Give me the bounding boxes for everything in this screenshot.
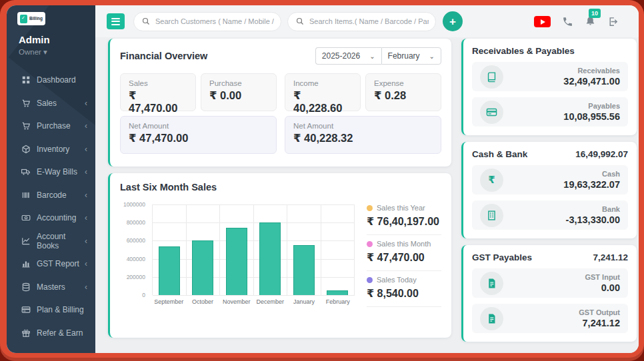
stat-value: ₹ 0.00 — [209, 89, 268, 102]
sidebar-item-plan-billing[interactable]: Plan & Billing — [7, 298, 95, 322]
y-tick-label: 0 — [142, 292, 145, 298]
sidebar-item-barcode[interactable]: Barcode‹ — [7, 184, 95, 207]
window-frame: Billing Admin Owner ▾ DashboardSales‹Pur… — [0, 0, 644, 361]
sidebar-item-label: Dashboard — [37, 75, 76, 85]
user-name: Admin — [19, 34, 95, 45]
month-select[interactable]: February⌄ — [381, 47, 441, 65]
user-role-label: Owner — [19, 48, 41, 56]
bank-icon — [486, 210, 497, 221]
chart-bar-december — [259, 222, 281, 295]
stat-tile-net-amount-5: Net Amount₹ 40,228.32 — [285, 116, 441, 154]
cash-bank-card: Cash & Bank16,49,992.07₹Cash19,63,322.07… — [461, 142, 637, 238]
sidebar-item-e-way-bills[interactable]: E-Way Bills‹ — [7, 161, 95, 184]
legend-dot-icon — [367, 277, 373, 283]
sidebar: Billing Admin Owner ▾ DashboardSales‹Pur… — [7, 5, 95, 353]
sidebar-item-label: E-Way Bills — [37, 167, 77, 177]
legend-item-sales-this-month: Sales this Month₹ 47,470.00 — [367, 235, 441, 271]
summary-row-cash: ₹Cash19,63,322.07 — [472, 165, 628, 194]
sidebar-item-label: Purchase — [37, 121, 71, 131]
legend-value: ₹ 76,40,197.00 — [367, 215, 441, 228]
stat-label: Net Amount — [293, 122, 433, 130]
row-icon-wrap — [480, 272, 503, 295]
financial-overview-card: Financial Overview 2025-2026⌄ February⌄ … — [108, 39, 451, 167]
card-total: 7,241.12 — [593, 252, 628, 262]
stat-tile-expense-3: Expense₹ 0.28 — [365, 73, 441, 111]
summary-row-payables: Payables10,08,955.56 — [472, 97, 628, 127]
truck-icon — [21, 167, 31, 177]
topbar: + 10 — [95, 5, 639, 37]
search-customers-input[interactable] — [155, 17, 274, 25]
right-panel: Receivables & PayablesReceivables32,49,4… — [461, 39, 637, 348]
chevron-left-icon: ‹ — [85, 145, 87, 154]
sign-out-icon[interactable] — [607, 16, 619, 27]
chevron-left-icon: ‹ — [85, 190, 87, 200]
row-icon-wrap: ₹ — [480, 169, 503, 192]
chevron-left-icon: ‹ — [85, 282, 87, 292]
x-tick-label: September — [152, 298, 186, 305]
gst-payables-card: GST Payables7,241.12GST Input0.00GST Out… — [461, 245, 637, 342]
stat-label: Income — [293, 79, 352, 87]
credit-card-icon — [486, 107, 497, 118]
sidebar-item-sales[interactable]: Sales‹ — [7, 92, 95, 115]
chevron-left-icon: ‹ — [85, 99, 87, 108]
x-tick-label: November — [219, 298, 253, 305]
x-tick-label: December — [253, 298, 287, 305]
file-icon — [486, 313, 497, 324]
book-icon — [486, 71, 497, 83]
chevron-left-icon: ‹ — [85, 259, 87, 268]
money-icon — [21, 213, 31, 222]
card-title: Receivables & Payables — [472, 46, 575, 56]
sidebar-item-account-books[interactable]: Account Books‹ — [7, 230, 95, 253]
main-content: Financial Overview 2025-2026⌄ February⌄ … — [95, 37, 639, 353]
sidebar-item-masters[interactable]: Masters‹ — [7, 276, 95, 299]
chevron-left-icon: ‹ — [85, 213, 87, 222]
sidebar-item-inventory[interactable]: Inventory‹ — [7, 138, 95, 161]
phone-icon[interactable] — [562, 16, 573, 27]
sidebar-item-gst-report[interactable]: GST Report‹ — [7, 252, 95, 276]
stat-tile-net-amount-4: Net Amount₹ 47,470.00 — [120, 116, 277, 154]
youtube-icon[interactable] — [534, 16, 551, 27]
card-title: GST Payables — [472, 252, 532, 262]
sidebar-item-purchase[interactable]: Purchase‹ — [7, 115, 95, 138]
chart-bar-january — [293, 245, 315, 295]
row-icon-wrap — [480, 101, 503, 124]
sidebar-menu: DashboardSales‹Purchase‹Inventory‹E-Way … — [7, 69, 95, 344]
sidebar-item-label: Plan & Billing — [37, 305, 84, 314]
chart-bar-february — [327, 290, 348, 295]
sidebar-item-refer-earn[interactable]: Refer & Earn — [7, 322, 95, 345]
y-tick-label: 600000 — [127, 237, 145, 244]
stat-tile-purchase-1: Purchase₹ 0.00 — [201, 73, 277, 111]
stat-value: ₹ 47,470.00 — [129, 89, 187, 115]
sidebar-item-accounting[interactable]: Accounting‹ — [7, 206, 95, 230]
chevron-down-icon: ▾ — [43, 48, 47, 56]
search-items-input[interactable] — [309, 17, 429, 25]
gift-icon — [21, 328, 31, 338]
notification-count-badge: 10 — [589, 9, 601, 18]
sales-chart-card: Last Six Month Sales 0200000400000600000… — [108, 173, 451, 338]
add-new-button[interactable]: + — [443, 11, 463, 31]
sales-tiles-group: Sales₹ 47,470.00Purchase₹ 0.00Net Amount… — [120, 73, 277, 154]
menu-toggle-button[interactable] — [107, 13, 125, 29]
row-value: 10,08,955.56 — [563, 111, 620, 122]
bar-chart-icon — [21, 259, 31, 268]
stat-tile-sales-0: Sales₹ 47,470.00 — [120, 73, 196, 111]
row-label: Bank — [566, 205, 620, 213]
row-label: Cash — [563, 170, 620, 178]
chart-bar-november — [226, 228, 247, 295]
y-tick-label: 800000 — [127, 219, 145, 226]
row-value: 0.00 — [585, 282, 620, 293]
row-label: GST Output — [579, 308, 620, 316]
stat-value: ₹ 40,228.32 — [293, 132, 433, 145]
user-role-dropdown[interactable]: Owner ▾ — [19, 47, 95, 57]
search-icon — [296, 17, 304, 25]
sidebar-item-dashboard[interactable]: Dashboard — [7, 69, 95, 92]
stat-label: Sales — [129, 79, 187, 87]
x-tick-label: January — [287, 298, 321, 305]
year-select[interactable]: 2025-2026⌄ — [315, 47, 381, 65]
row-icon-wrap — [480, 204, 503, 227]
x-tick-label: February — [321, 298, 355, 305]
notifications-bell[interactable]: 10 — [585, 15, 596, 29]
stat-tile-income-2: Income₹ 40,228.60 — [285, 73, 361, 111]
file-icon — [486, 278, 497, 289]
chart-bar-september — [159, 246, 180, 295]
